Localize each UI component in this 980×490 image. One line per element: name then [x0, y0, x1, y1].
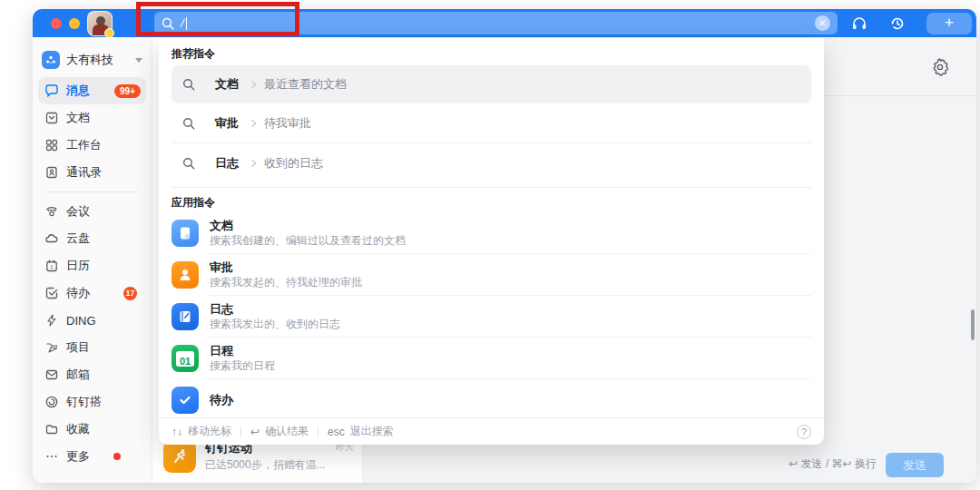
favorites-icon	[44, 422, 59, 437]
sidebar-item-label: 文档	[66, 110, 90, 126]
app-desc: 搜索我发出的、收到的日志	[210, 318, 340, 331]
chevron-right-icon	[249, 81, 256, 88]
section-title-apps: 应用指令	[172, 187, 811, 212]
app-command-row-todo[interactable]: 待办	[172, 379, 811, 421]
grid-icon	[44, 138, 59, 153]
dingda-icon	[44, 395, 59, 410]
command-query: 收到的日志	[264, 155, 323, 172]
sidebar-item-todo[interactable]: 待办 17	[38, 279, 146, 307]
sidebar-item-label: 日历	[66, 258, 90, 274]
send-button[interactable]: 发送	[886, 453, 944, 477]
sidebar-item-workbench[interactable]: 工作台	[38, 132, 146, 159]
sidebar-item-ding[interactable]: DING	[38, 307, 146, 334]
sidebar-item-label: 云盘	[66, 230, 90, 247]
todo-app-icon	[172, 387, 199, 414]
search-panel-footer: ↑↓ 移动光标 ↩ 确认结果 esc 退出搜索 ?	[159, 417, 824, 445]
sidebar-item-label: 会议	[66, 203, 90, 220]
svg-text:1: 1	[50, 264, 54, 270]
sidebar-item-label: 消息	[66, 83, 90, 99]
approval-app-icon	[172, 261, 199, 289]
sidebar-item-projects[interactable]: 项目	[38, 334, 146, 361]
scrollbar-thumb[interactable]	[971, 309, 975, 340]
sidebar-item-more[interactable]: 更多	[38, 443, 146, 470]
footer-label: 移动光标	[188, 424, 231, 439]
close-window-button[interactable]	[51, 18, 62, 29]
add-button[interactable]: +	[926, 13, 972, 34]
app-name: 日志	[210, 302, 340, 317]
search-icon	[182, 78, 195, 91]
sidebar-item-label: 通讯录	[66, 164, 102, 181]
esc-key-label: esc	[328, 426, 345, 438]
clear-search-icon[interactable]: ✕	[815, 15, 830, 31]
app-desc: 搜索我创建的、编辑过以及查看过的文档	[210, 234, 406, 248]
dingtalk-sports-icon	[163, 440, 196, 473]
sidebar-item-calendar[interactable]: 1 日历	[38, 252, 146, 279]
recommended-command-row[interactable]: 审批 待我审批	[172, 103, 811, 143]
chat-preview: 已达5000步，捐赠有温...	[205, 457, 350, 473]
sidebar-divider	[45, 191, 139, 192]
command-query: 待我审批	[264, 115, 311, 132]
search-icon	[182, 157, 195, 170]
log-app-icon	[172, 303, 199, 330]
app-desc: 搜索我发起的、待我处理的审批	[210, 276, 362, 289]
more-ellipsis-icon	[44, 449, 59, 465]
meeting-icon	[44, 204, 59, 220]
sidebar-item-messages[interactable]: 消息 99+	[38, 77, 146, 104]
enter-key-icon: ↩	[250, 426, 260, 438]
history-icon[interactable]	[887, 13, 908, 34]
todo-check-icon	[44, 286, 59, 301]
footer-label: 确认结果	[265, 424, 309, 439]
sidebar-item-docs[interactable]: 文档	[38, 104, 146, 132]
send-shortcut-hint: ↩ 发送 / ⌘↩ 换行	[789, 456, 877, 472]
sidebar-item-favorites[interactable]: 收藏	[38, 416, 146, 443]
org-switcher[interactable]: 大有科技	[33, 44, 152, 75]
sidebar-item-label: 项目	[66, 339, 90, 356]
docs-app-icon	[172, 220, 199, 247]
recommended-command-row[interactable]: 日志 收到的日志	[172, 143, 811, 183]
app-name: 待办	[210, 393, 233, 407]
footer-separator	[240, 426, 241, 437]
settings-gear-icon[interactable]	[931, 58, 949, 80]
sidebar-item-mail[interactable]: 邮箱	[38, 361, 146, 388]
sidebar-item-meetings[interactable]: 会议	[38, 198, 146, 225]
user-avatar[interactable]	[87, 11, 113, 36]
contacts-icon	[44, 165, 59, 181]
mail-icon	[44, 368, 59, 383]
minimize-window-button[interactable]	[69, 18, 80, 29]
app-name: 日程	[210, 344, 275, 358]
calendar-icon: 1	[44, 259, 59, 274]
sidebar-item-label: DING	[66, 314, 96, 328]
app-command-row-log[interactable]: 日志 搜索我发出的、收到的日志	[172, 296, 811, 338]
org-name: 大有科技	[66, 52, 135, 68]
sidebar-item-label: 更多	[66, 448, 90, 465]
recommended-command-row[interactable]: 文档 最近查看的文档	[172, 65, 811, 103]
calendar-date-glyph: 01	[176, 351, 194, 367]
section-title-recommended: 推荐指令	[172, 45, 811, 62]
app-name: 文档	[210, 219, 406, 233]
chevron-right-icon	[249, 119, 256, 126]
sidebar-item-dingda[interactable]: 钉钉搭	[38, 388, 146, 416]
app-window: / ✕ + 大有科技 消息 99+	[33, 9, 976, 483]
footer-label: 退出搜索	[350, 424, 394, 439]
help-icon[interactable]: ?	[797, 425, 811, 439]
sidebar-item-drive[interactable]: 云盘	[38, 225, 146, 252]
sidebar-item-label: 工作台	[66, 137, 102, 153]
app-command-row-schedule[interactable]: 01 日程 搜索我的日程	[172, 338, 811, 379]
project-icon	[44, 340, 59, 356]
search-command-panel: 推荐指令 文档 最近查看的文档 审批 待我审批 日志 收到的日志 应用指令 文档	[159, 38, 824, 445]
cloud-icon	[44, 231, 59, 247]
footer-separator	[318, 426, 318, 437]
org-logo-icon	[42, 51, 60, 69]
sidebar-item-label: 钉钉搭	[66, 394, 102, 410]
sidebar-item-label: 待办	[66, 285, 90, 301]
headset-icon[interactable]	[848, 13, 870, 34]
lightning-icon	[44, 313, 59, 328]
notification-dot	[113, 453, 121, 460]
search-icon	[182, 117, 195, 130]
document-icon	[44, 111, 59, 126]
sidebar-item-contacts[interactable]: 通讯录	[38, 159, 146, 186]
todo-badge: 17	[123, 287, 137, 300]
app-command-row-approval[interactable]: 审批 搜索我发起的、待我处理的审批	[172, 254, 811, 296]
chat-icon	[44, 83, 59, 99]
app-command-row-docs[interactable]: 文档 搜索我创建的、编辑过以及查看过的文档	[172, 212, 811, 254]
